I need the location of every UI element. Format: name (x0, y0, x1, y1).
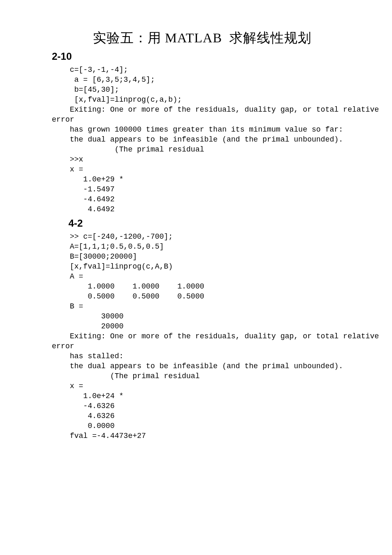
document-page: 实验五：用 MATLAB 求解线性规划 2-10 c=[-3,-1,-4]; a… (0, 0, 392, 555)
page-title: 实验五：用 MATLAB 求解线性规划 (52, 29, 353, 47)
title-matlab: MATLAB (165, 30, 222, 45)
title-post: 求解线性规划 (229, 30, 312, 45)
section-heading-4-2: 4-2 (68, 218, 353, 229)
code-block-2-10: c=[-3,-1,-4]; a = [6,3,5;3,4,5]; b=[45,3… (52, 65, 353, 214)
code-block-4-2: >> c=[-240,-1200,-700]; A=[1,1,1;0.5,0.5… (52, 232, 353, 441)
section-heading-2-10: 2-10 (52, 51, 353, 62)
title-pre: 实验五：用 (93, 30, 161, 45)
